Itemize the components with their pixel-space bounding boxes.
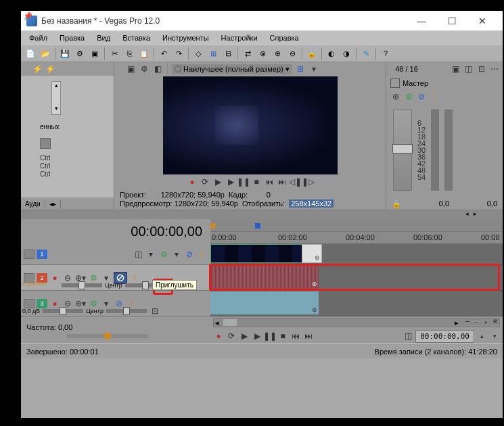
menu-view[interactable]: Вид bbox=[91, 32, 116, 43]
master-solo-icon[interactable]: ! bbox=[429, 91, 440, 102]
marker-region-icon[interactable] bbox=[255, 223, 260, 229]
redo-icon[interactable]: ↷ bbox=[172, 47, 185, 60]
video-preview[interactable] bbox=[163, 76, 338, 174]
track-1-more-icon[interactable]: ▾ bbox=[145, 249, 156, 260]
rate-slider[interactable] bbox=[67, 334, 148, 338]
lock-icon[interactable]: 🔒 bbox=[305, 47, 319, 60]
loop-icon[interactable]: ⟳ bbox=[200, 176, 210, 187]
track-3-content[interactable]: ⊕ bbox=[210, 291, 503, 316]
track-3-pan-slider[interactable] bbox=[106, 309, 147, 313]
brush-icon[interactable]: ✎ bbox=[359, 47, 373, 60]
tl-play-icon[interactable]: ▶ bbox=[252, 331, 262, 341]
hscroll-right-icon[interactable]: ▸ bbox=[474, 210, 477, 217]
tl-go-end-icon[interactable]: ⏭ bbox=[303, 331, 314, 341]
preview-quality-dropdown[interactable]: Наилучшее (полный размер) ▾ bbox=[172, 64, 292, 74]
pause-icon[interactable]: ❚❚ bbox=[238, 176, 249, 187]
zoom-tool-icon[interactable]: ─ bbox=[465, 318, 469, 325]
menu-insert[interactable]: Вставка bbox=[117, 32, 156, 43]
master-mute-icon[interactable]: ⊘ bbox=[416, 91, 427, 102]
hscroll-left-icon[interactable]: ◂ bbox=[465, 210, 469, 217]
track-1-solo-icon[interactable]: ! bbox=[197, 249, 208, 260]
go-end-icon[interactable]: ⏭ bbox=[277, 176, 288, 187]
play-start-icon[interactable]: ▶ bbox=[212, 176, 223, 187]
open-icon[interactable]: 📂 bbox=[39, 47, 52, 60]
clip-a2-fx-icon[interactable]: ⊕ bbox=[312, 306, 317, 313]
audio-clip-2[interactable]: ⊕ bbox=[210, 291, 319, 314]
track-3-vol-slider[interactable] bbox=[43, 309, 83, 313]
downmix-icon[interactable]: ⋯ bbox=[489, 64, 500, 74]
marker-in-icon[interactable] bbox=[210, 223, 216, 229]
mixer-pin-icon[interactable]: 📌 bbox=[24, 12, 32, 20]
copy-icon[interactable]: ⎘ bbox=[122, 47, 136, 60]
new-icon[interactable]: 📄 bbox=[24, 47, 37, 60]
track-2-vol-slider[interactable] bbox=[62, 283, 102, 287]
zoom-fit-icon[interactable]: ⊡ bbox=[493, 318, 498, 325]
tool-7-icon[interactable]: ⊖ bbox=[285, 47, 299, 60]
track-2-content[interactable]: ⊕ bbox=[210, 265, 503, 291]
explorer-body[interactable]: ▴ ▾ енных Ctrl Ctrl Ctrl bbox=[21, 76, 114, 197]
minimize-track-icon[interactable] bbox=[24, 250, 35, 259]
snap-icon[interactable]: ⊞ bbox=[206, 47, 220, 60]
track-1-content[interactable]: ⊕ ⊕ bbox=[210, 243, 503, 265]
tl-record-icon[interactable]: ● bbox=[213, 331, 224, 341]
clip-a1-fx-icon[interactable]: ⊕ bbox=[312, 281, 317, 287]
record-icon[interactable]: ● bbox=[187, 176, 198, 187]
tc-mode-icon[interactable]: ◫ bbox=[403, 331, 413, 341]
tl-stop-icon[interactable]: ■ bbox=[277, 331, 288, 341]
audio-clip-1[interactable]: ⊕ bbox=[210, 266, 319, 289]
tab-audio[interactable]: Ауди bbox=[21, 199, 45, 208]
video-clip-2[interactable]: ⊕ bbox=[302, 244, 322, 263]
menu-file[interactable]: Файл bbox=[24, 32, 53, 43]
properties-icon[interactable]: ⚙ bbox=[73, 47, 87, 60]
tl-go-start-icon[interactable]: ⏮ bbox=[290, 331, 301, 341]
timeline-timecode[interactable]: 00:00:00,00 bbox=[415, 330, 474, 343]
dim-icon[interactable]: ⊡ bbox=[476, 64, 487, 74]
paste-icon[interactable]: 📋 bbox=[137, 47, 151, 60]
tool-6-icon[interactable]: ⊕ bbox=[271, 47, 284, 60]
tool-3-icon[interactable]: ⊟ bbox=[221, 47, 235, 60]
track-1-bypass-icon[interactable]: ◫ bbox=[133, 249, 143, 260]
overlay-icon[interactable]: ⊞ bbox=[295, 64, 306, 74]
track-1-mute-icon[interactable]: ⊘ bbox=[184, 249, 195, 260]
vzoom-in-icon[interactable]: ▾ bbox=[489, 331, 500, 341]
ripple-icon[interactable]: ⇄ bbox=[241, 47, 254, 60]
go-start-icon[interactable]: ⏮ bbox=[264, 176, 275, 187]
lightning-icon[interactable]: ⚡ bbox=[32, 64, 43, 74]
tool-1-icon[interactable]: ◇ bbox=[191, 47, 205, 60]
track-1-auto-icon[interactable]: ▾ bbox=[171, 249, 182, 260]
tl-pause-icon[interactable]: ❚❚ bbox=[265, 331, 275, 341]
render-icon[interactable]: ▣ bbox=[88, 47, 101, 60]
track-1-header[interactable]: 1 ◫ ▾ ⚙ ▾ ⊘ ! bbox=[21, 243, 210, 265]
cut-icon[interactable]: ✂ bbox=[108, 47, 121, 60]
mixer-btn2-icon[interactable]: ◫ bbox=[463, 64, 474, 74]
close-button[interactable]: ✕ bbox=[467, 11, 497, 30]
external-monitor-icon[interactable]: ▣ bbox=[125, 64, 136, 74]
explorer-scroll[interactable]: ▴ ▾ bbox=[51, 81, 61, 115]
clip-fx2-icon[interactable]: ⊕ bbox=[315, 254, 320, 261]
prev-frame-icon[interactable]: ◁❚ bbox=[290, 176, 300, 187]
track-2-arm-icon[interactable]: ● bbox=[49, 273, 60, 283]
timeline-position[interactable]: 00:00:00,00 bbox=[21, 219, 210, 243]
lock-fader-icon[interactable]: 🔒 bbox=[392, 199, 401, 208]
lightning2-icon[interactable]: ⚡ bbox=[45, 64, 55, 74]
menu-tools[interactable]: Инструменты bbox=[157, 32, 214, 43]
timeline-ruler[interactable]: 0:00:00 00:02:00 00:04:00 00:06:00 00:08 bbox=[210, 231, 503, 242]
menu-options[interactable]: Настройки bbox=[216, 32, 263, 43]
track-1-fx-icon[interactable]: ⚙ bbox=[158, 249, 169, 260]
track-2-header[interactable]: 2 ● ⊖ ⊕▾ ⚙ ▾ ! Приглушить глушенн Центр bbox=[21, 265, 210, 291]
tl-play-start-icon[interactable]: ▶ bbox=[239, 331, 250, 341]
stop-icon[interactable]: ■ bbox=[251, 176, 262, 187]
mixer-btn1-icon[interactable]: ▣ bbox=[451, 64, 461, 74]
zoom-in-icon[interactable]: ＋ bbox=[483, 318, 488, 326]
next-frame-icon[interactable]: ❚▷ bbox=[302, 176, 313, 187]
menu-help[interactable]: Справка bbox=[265, 32, 304, 43]
maximize-button[interactable]: ☐ bbox=[437, 11, 467, 30]
zoom-out-icon[interactable]: － bbox=[474, 318, 479, 326]
undo-icon[interactable]: ↶ bbox=[157, 47, 170, 60]
vzoom-out-icon[interactable]: ▴ bbox=[476, 331, 487, 341]
insert-fx-icon[interactable]: ⊕ bbox=[390, 91, 401, 102]
play-icon[interactable]: ▶ bbox=[225, 176, 236, 187]
script-icon[interactable] bbox=[40, 138, 51, 149]
minimize-button[interactable]: — bbox=[407, 11, 436, 30]
split-icon[interactable]: ◧ bbox=[152, 64, 163, 74]
